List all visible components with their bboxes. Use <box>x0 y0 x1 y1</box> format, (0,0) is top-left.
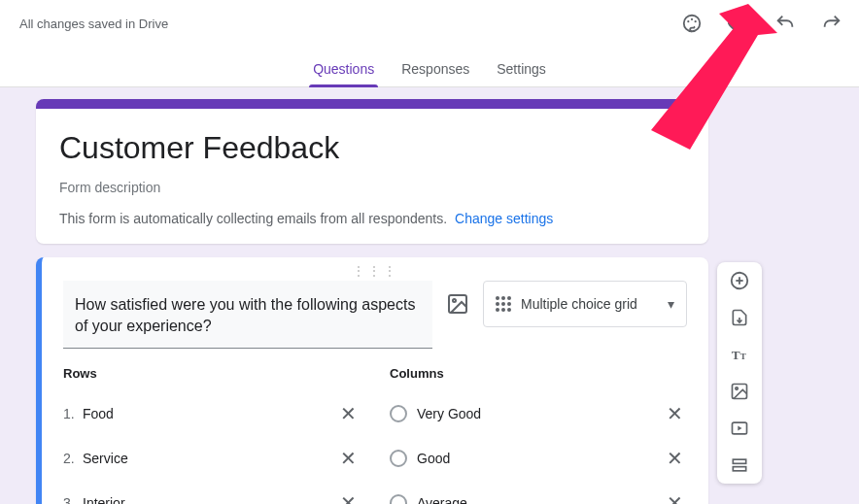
tab-questions[interactable]: Questions <box>313 61 374 86</box>
tab-responses[interactable]: Responses <box>401 61 469 86</box>
palette-icon[interactable] <box>680 12 704 35</box>
add-image-icon[interactable] <box>446 292 469 316</box>
rows-column: Rows 1. Food ✕ 2. Service ✕ 3. Interior <box>63 366 361 504</box>
change-settings-link[interactable]: Change settings <box>455 211 553 226</box>
column-item: Average ✕ <box>390 482 687 504</box>
form-header-card[interactable]: Customer Feedback Form description This … <box>36 99 708 244</box>
svg-point-1 <box>687 20 689 22</box>
save-status: All changes saved in Drive <box>19 17 168 31</box>
form-description[interactable]: Form description <box>59 180 685 195</box>
preview-icon[interactable] <box>727 12 750 35</box>
svg-point-0 <box>684 16 701 32</box>
radio-icon <box>390 494 407 504</box>
row-label[interactable]: Interior <box>83 495 336 504</box>
row-number: 1. <box>63 406 83 421</box>
radio-icon <box>390 405 407 422</box>
collect-emails-notice: This form is automatically collecting em… <box>59 211 685 226</box>
grid-type-icon <box>496 296 511 312</box>
add-image-icon[interactable] <box>729 381 750 402</box>
row-number: 3. <box>63 495 83 504</box>
svg-point-13 <box>736 387 739 390</box>
tab-settings[interactable]: Settings <box>497 61 546 86</box>
row-label[interactable]: Food <box>83 406 336 421</box>
remove-column-icon[interactable]: ✕ <box>663 491 687 504</box>
rows-header: Rows <box>63 366 361 381</box>
question-type-select[interactable]: Multiple choice grid ▾ <box>483 281 687 327</box>
svg-marker-15 <box>738 426 741 431</box>
question-title-text: How satisfied were you with the followin… <box>75 294 421 338</box>
column-label[interactable]: Average <box>417 495 663 504</box>
question-type-label: Multiple choice grid <box>521 296 637 312</box>
add-video-icon[interactable] <box>729 418 750 439</box>
add-section-icon[interactable] <box>729 454 750 476</box>
svg-rect-17 <box>733 467 745 471</box>
side-toolbar: TT <box>717 262 762 484</box>
svg-point-4 <box>736 20 741 26</box>
columns-header: Columns <box>390 366 687 381</box>
row-label[interactable]: Service <box>83 451 336 466</box>
row-item: 1. Food ✕ <box>63 392 361 437</box>
undo-icon[interactable] <box>773 12 797 35</box>
remove-column-icon[interactable]: ✕ <box>663 402 687 425</box>
column-item: Good ✕ <box>390 437 687 482</box>
column-label[interactable]: Very Good <box>417 406 663 421</box>
add-question-icon[interactable] <box>729 270 750 291</box>
columns-column: Columns Very Good ✕ Good ✕ Average <box>390 366 687 504</box>
top-actions <box>680 12 843 35</box>
redo-icon[interactable] <box>820 12 843 35</box>
notice-text: This form is automatically collecting em… <box>59 211 447 226</box>
svg-text:T: T <box>732 348 740 362</box>
editor-canvas: Customer Feedback Form description This … <box>0 87 859 504</box>
remove-row-icon[interactable]: ✕ <box>336 402 361 425</box>
row-item: 3. Interior ✕ <box>63 482 361 504</box>
row-number: 2. <box>63 451 83 466</box>
question-card[interactable]: ⋮⋮⋮ How satisfied were you with the foll… <box>36 257 708 504</box>
drag-handle-icon[interactable]: ⋮⋮⋮ <box>63 263 687 279</box>
row-item: 2. Service ✕ <box>63 437 361 482</box>
chevron-down-icon: ▾ <box>668 296 674 312</box>
svg-point-2 <box>691 18 693 20</box>
svg-point-3 <box>695 20 697 22</box>
column-item: Very Good ✕ <box>390 392 687 437</box>
remove-column-icon[interactable]: ✕ <box>663 447 687 470</box>
svg-rect-16 <box>733 459 745 463</box>
svg-point-6 <box>453 299 456 302</box>
radio-icon <box>390 450 407 467</box>
tabs: Questions Responses Settings <box>0 47 859 87</box>
topbar: All changes saved in Drive <box>0 0 859 47</box>
add-title-icon[interactable]: TT <box>729 344 750 365</box>
remove-row-icon[interactable]: ✕ <box>336 447 361 470</box>
import-questions-icon[interactable] <box>729 307 750 328</box>
svg-text:T: T <box>740 352 746 361</box>
form-title[interactable]: Customer Feedback <box>59 130 685 166</box>
column-label[interactable]: Good <box>417 451 663 466</box>
remove-row-icon[interactable]: ✕ <box>336 491 361 504</box>
question-title-input[interactable]: How satisfied were you with the followin… <box>63 281 432 349</box>
